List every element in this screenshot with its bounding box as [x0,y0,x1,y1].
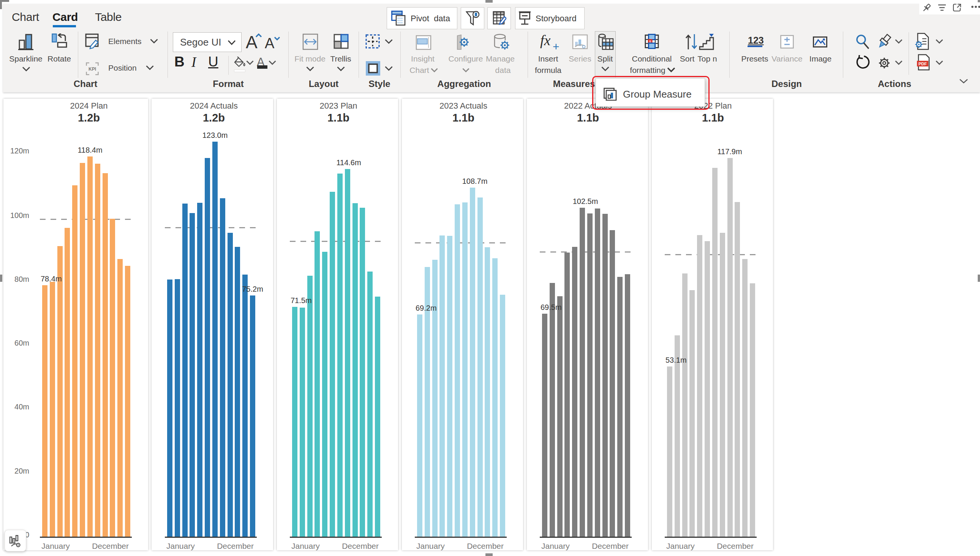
svg-text:KPI: KPI [89,66,96,72]
svg-text:PDF: PDF [919,61,927,66]
